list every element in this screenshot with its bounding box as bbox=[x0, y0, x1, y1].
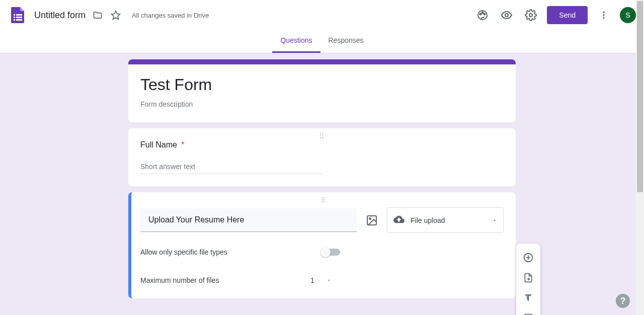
tab-responses[interactable]: Responses bbox=[320, 30, 372, 53]
form-name[interactable]: Untitled form bbox=[34, 10, 86, 21]
save-status: All changes saved in Drive bbox=[132, 12, 209, 19]
svg-point-12 bbox=[529, 14, 532, 17]
allow-specific-file-types-label: Allow only specific file types bbox=[140, 248, 321, 256]
preview-icon[interactable] bbox=[497, 5, 517, 25]
account-avatar[interactable]: S bbox=[620, 7, 636, 23]
max-files-label: Maximum number of files bbox=[140, 276, 306, 284]
drag-handle-icon[interactable]: ⠿ bbox=[320, 196, 327, 204]
form-description[interactable]: Form description bbox=[140, 100, 504, 108]
required-indicator: * bbox=[181, 140, 184, 149]
allow-specific-toggle[interactable] bbox=[321, 249, 340, 256]
floating-toolbar bbox=[516, 244, 540, 315]
tabs-bar: Questions Responses bbox=[0, 30, 644, 53]
question-card-2[interactable]: ⠿ File upload Allow only spe bbox=[128, 192, 516, 298]
add-image-icon[interactable] bbox=[365, 213, 379, 227]
svg-point-8 bbox=[480, 14, 481, 15]
help-button[interactable]: ? bbox=[616, 294, 630, 308]
question-1-text: Full Name bbox=[140, 140, 177, 149]
question-label: Full Name * bbox=[140, 140, 504, 149]
tab-questions[interactable]: Questions bbox=[272, 30, 320, 53]
header-bar: Untitled form All changes saved in Drive… bbox=[0, 0, 644, 30]
drag-handle-icon[interactable]: ⠿ bbox=[319, 132, 325, 140]
question-type-label: File upload bbox=[411, 216, 445, 224]
svg-rect-2 bbox=[14, 17, 15, 18]
max-files-dropdown[interactable]: 1 bbox=[306, 274, 336, 286]
send-button[interactable]: Send bbox=[547, 6, 588, 24]
svg-rect-5 bbox=[16, 19, 22, 21]
svg-point-10 bbox=[484, 14, 486, 15]
star-icon[interactable] bbox=[110, 9, 122, 21]
add-title-icon[interactable] bbox=[518, 288, 538, 308]
cloud-upload-icon bbox=[393, 214, 405, 226]
settings-icon[interactable] bbox=[521, 5, 541, 25]
svg-point-14 bbox=[603, 14, 604, 16]
scrollbar-track[interactable] bbox=[636, 0, 644, 315]
question-card-1[interactable]: ⠿ Full Name * Short answer text bbox=[128, 128, 516, 186]
question-type-selector[interactable]: File upload bbox=[387, 207, 504, 233]
more-menu-icon[interactable] bbox=[594, 5, 614, 25]
import-questions-icon[interactable] bbox=[518, 268, 538, 288]
customize-theme-icon[interactable] bbox=[472, 5, 493, 25]
short-answer-placeholder: Short answer text bbox=[140, 160, 321, 174]
form-title[interactable]: Test Form bbox=[140, 75, 504, 94]
svg-point-13 bbox=[603, 12, 604, 13]
svg-point-9 bbox=[482, 12, 484, 14]
chevron-down-icon bbox=[492, 216, 497, 224]
svg-rect-0 bbox=[14, 14, 15, 16]
question-title-input[interactable] bbox=[140, 208, 357, 232]
form-title-card[interactable]: Test Form Form description bbox=[128, 59, 516, 122]
forms-logo-icon[interactable] bbox=[8, 5, 28, 25]
svg-point-17 bbox=[369, 218, 371, 219]
max-files-value: 1 bbox=[310, 276, 314, 284]
svg-point-11 bbox=[505, 14, 508, 17]
chevron-down-icon bbox=[327, 276, 332, 284]
move-to-folder-icon[interactable] bbox=[92, 9, 104, 21]
scrollbar-thumb[interactable] bbox=[637, 1, 643, 192]
svg-rect-1 bbox=[16, 14, 22, 16]
svg-rect-3 bbox=[16, 17, 22, 18]
add-question-icon[interactable] bbox=[518, 248, 538, 268]
svg-rect-4 bbox=[14, 19, 15, 21]
add-image-icon[interactable] bbox=[518, 308, 538, 315]
svg-marker-6 bbox=[112, 11, 120, 20]
svg-point-15 bbox=[603, 17, 604, 19]
editor-area: Test Form Form description ⠿ Full Name *… bbox=[0, 53, 644, 315]
